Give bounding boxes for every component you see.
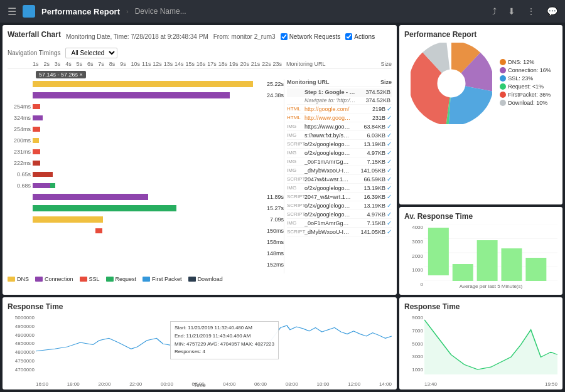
url-item[interactable]: SCRIPT 2047w&t=wsr.1973.aft.1381.prt.396… <box>287 175 392 184</box>
all-selected-dropdown[interactable]: All Selected <box>65 48 117 58</box>
network-requests-label: Network Requests <box>289 33 341 40</box>
actions-checkbox[interactable] <box>345 33 352 40</box>
url-item[interactable]: SCRIPT o/2x/googlelogo_color_120x44do.pn… <box>287 210 392 219</box>
download-icon[interactable]: ⬇ <box>508 6 515 16</box>
url-item[interactable]: SCRIPT 2047_w&t=wrt.1973.aft.1381.prt.39… <box>287 193 392 201</box>
svg-rect-16 <box>525 258 546 281</box>
url-item[interactable]: IMG _0oF1mAmrGg9d2oZ8BcPbocbnzkiNg 7.15K… <box>287 157 392 166</box>
svg-rect-12 <box>428 228 449 275</box>
url-header: Monitoring URL <box>287 79 329 85</box>
waterfall-legend: DNS Connection SSL Request First Packet … <box>8 276 392 282</box>
url-item[interactable]: HTML http://google.com/ 219B ✓ <box>287 105 392 114</box>
url-item[interactable]: Step 1: Google - https://www.google.com.… <box>287 88 392 97</box>
waterfall-panel: Waterfall Chart Monitoring Date, Time: 7… <box>3 25 397 295</box>
menu-icon[interactable]: ☰ <box>8 6 16 18</box>
app-logo <box>23 5 35 18</box>
response-time-right-title: Response Time <box>404 302 557 311</box>
size-header: Size <box>380 61 392 67</box>
svg-rect-15 <box>501 248 522 281</box>
waterfall-from: From: monitor 2_rum3 <box>213 33 276 40</box>
share-icon[interactable]: ⤴ <box>492 6 497 16</box>
waterfall-date: Monitoring Date, Time: 7/28/2018 at 9:28… <box>66 33 208 40</box>
avg-x-label: Average per last 5 Minute(s) <box>424 283 557 289</box>
avg-response-title: Av. Response Time <box>404 212 557 221</box>
actions-label: Actions <box>354 33 375 40</box>
waterfall-title: Waterfall Chart <box>8 30 61 39</box>
timeline-axis: 1s2s3s4s 5s6s7s8s 9s10s11s12s 13s14s15s1… <box>8 61 392 69</box>
url-item[interactable]: IMG s://www.fxt.by/scripts/by2/xpemius.j… <box>287 131 392 140</box>
url-item[interactable]: SCRIPT _dMybWxooU-IxJeq/cb=gapi.loaded_0… <box>287 228 392 236</box>
waterfall-body: 25.22s 24.38s 254ms <box>8 79 392 273</box>
y-axis: 40003000200010000 <box>404 225 424 287</box>
svg-point-6 <box>439 71 464 96</box>
response-time-right-svg <box>424 315 557 374</box>
pie-container: DNS: 12% Connection: 16% SSL: 23% Reques… <box>404 43 557 124</box>
response-time-tooltip: Start: 11/21/2019 11:32:40.480 AM End: 1… <box>170 321 279 359</box>
url-item[interactable]: SCRIPT o/2x/googlelogo_color_272x92dp.pn… <box>287 201 392 210</box>
performance-report-panel: Performance Report DNS: 12% Connecti <box>399 25 562 204</box>
waterfall-tooltip[interactable]: 57.14s - 57.26s × <box>36 71 86 78</box>
perf-report-title: Performance Report <box>404 30 557 39</box>
size-col-header: Size <box>380 79 392 85</box>
avg-response-panel: Av. Response Time 40003000200010000 <box>399 207 562 295</box>
response-time-left-chart: 5000000495000049000004850000480000047500… <box>8 315 392 387</box>
device-name: Device Name... <box>135 7 186 16</box>
waterfall-bars: 25.22s 24.38s 254ms <box>8 79 284 273</box>
pie-legend: DNS: 12% Connection: 16% SSL: 23% Reques… <box>500 59 551 108</box>
url-item[interactable]: IMG _0oF1mAmrGg9d2oZ8BcPbocbnzkiNg 7.15K… <box>287 219 392 228</box>
nav-timings-label: Navigation Timings <box>8 50 60 56</box>
url-item[interactable]: IMG o/2x/googlelogo_color_120x44do.png 4… <box>287 149 392 157</box>
url-item[interactable]: IMG _dMybWxooU-IxJeq/cb=gapi.loaded_0 14… <box>287 166 392 175</box>
svg-rect-13 <box>453 264 473 281</box>
page-title: Performance Report <box>41 7 120 16</box>
network-requests-checkbox[interactable] <box>281 33 288 40</box>
url-item[interactable]: SCRIPT o/2x/googlelogo_color_272x92dp.pn… <box>287 140 392 149</box>
monitoring-url-header: Monitoring URL <box>286 61 326 67</box>
response-time-left-title: Response Time <box>8 302 392 311</box>
topbar: ☰ Performance Report › Device Name... ⤴ … <box>0 0 565 23</box>
pie-chart <box>411 43 492 124</box>
avg-response-chart <box>424 225 557 281</box>
more-icon[interactable]: ⋮ <box>527 6 535 16</box>
url-item[interactable]: HTML http://www.google.com/ 231B ✓ <box>287 114 392 122</box>
chat-icon[interactable]: 💬 <box>547 6 557 16</box>
response-time-left-panel: Response Time 50000004950000490000048500… <box>3 297 397 389</box>
url-item[interactable]: IMG o/2x/googlelogo_color_272x92dp.png 1… <box>287 184 392 193</box>
response-time-right-chart: 90007000500030001000 13:4019:50 <box>404 315 557 387</box>
url-list: Monitoring URL Size Step 1: Google - htt… <box>284 79 392 273</box>
x-axis-label: Time <box>193 382 206 388</box>
breadcrumb-separator: › <box>126 8 129 15</box>
url-item[interactable]: IMG https://www.google.com/?gws_rd=ssl 6… <box>287 122 392 131</box>
svg-rect-14 <box>477 240 498 281</box>
response-time-right-panel: Response Time 90007000500030001000 13:40… <box>399 297 562 389</box>
url-item[interactable]: Navigate to: 'http://google.com' 374.52K… <box>287 97 392 105</box>
